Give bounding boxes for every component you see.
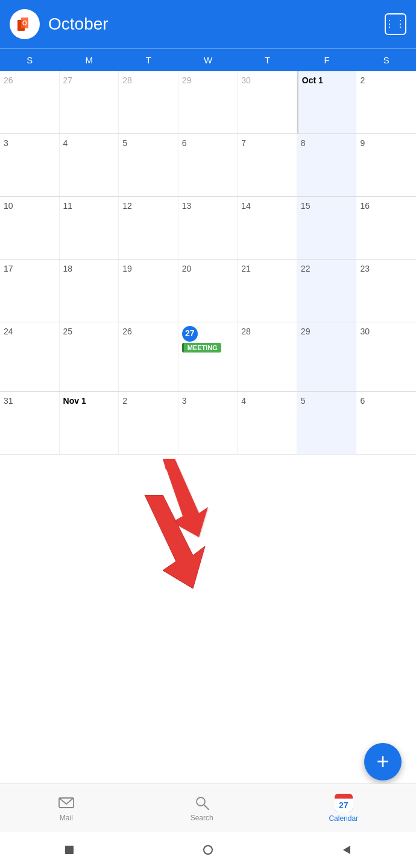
cell-oct16[interactable]: 16 [356,197,416,259]
cell-oct8[interactable]: 8 [297,134,357,196]
date-oct22: 22 [301,264,310,273]
cell-oct18[interactable]: 18 [60,260,119,322]
cell-sep26[interactable]: 26 [0,71,60,133]
cell-oct9[interactable]: 9 [356,134,416,196]
date-oct16: 16 [360,201,370,211]
date-oct30: 30 [360,327,370,336]
cell-oct2[interactable]: 2 [356,71,416,133]
cell-oct7[interactable]: 7 [238,134,297,196]
cell-sep27[interactable]: 27 [60,71,119,133]
calendar-badge-num: 27 [335,799,353,812]
nav-mail[interactable]: Mail [58,794,75,822]
cell-oct27[interactable]: 27 MEETING [178,322,238,391]
cell-oct24[interactable]: 24 [0,322,60,391]
date-oct8: 8 [301,138,306,148]
calendar-nav-icon: 27 [335,794,353,812]
cell-nov3[interactable]: 3 [178,392,238,454]
cell-oct5[interactable]: 5 [119,134,178,196]
week-row-2: 3 4 5 6 7 8 9 [0,134,416,197]
week-row-1: 26 27 28 29 30 Oct 1 2 [0,71,416,134]
system-back-button[interactable] [61,841,78,858]
date-oct25: 25 [63,327,73,336]
square-icon [63,843,76,857]
date-oct12: 12 [122,201,132,211]
svg-text:O: O [22,20,27,27]
date-sep26: 26 [4,75,13,85]
cell-oct20[interactable]: 20 [178,260,238,322]
cell-oct22[interactable]: 22 [297,260,357,322]
cell-oct15[interactable]: 15 [297,197,357,259]
cell-oct13[interactable]: 13 [178,197,238,259]
nav-calendar[interactable]: 27 Calendar [329,794,358,823]
svg-marker-16 [163,459,178,471]
system-nav [0,832,416,868]
cell-oct3[interactable]: 3 [0,134,60,196]
cell-oct6[interactable]: 6 [178,134,238,196]
cell-sep28[interactable]: 28 [119,71,178,133]
cell-oct21[interactable]: 21 [238,260,297,322]
date-oct15: 15 [301,201,310,211]
day-header-fri: F [297,49,357,71]
cell-nov5[interactable]: 5 [297,392,357,454]
date-nov2: 2 [122,396,127,406]
cell-oct28[interactable]: 28 [238,322,297,391]
grid-icon[interactable]: ⋮⋮ [385,13,406,35]
search-icon [194,794,210,811]
cell-oct30[interactable]: 30 [356,322,416,391]
date-nov6: 6 [360,396,365,406]
date-oct5: 5 [122,138,127,148]
cell-oct26[interactable]: 26 [119,322,178,391]
svg-line-20 [204,805,209,809]
cell-oct23[interactable]: 23 [356,260,416,322]
cell-oct14[interactable]: 14 [238,197,297,259]
svg-marker-23 [343,846,350,854]
day-header-sun: S [0,49,60,71]
cell-nov6[interactable]: 6 [356,392,416,454]
cell-oct19[interactable]: 19 [119,260,178,322]
cell-nov4[interactable]: 4 [238,392,297,454]
date-nov1: Nov 1 [63,396,86,406]
cell-oct1[interactable]: Oct 1 [297,71,357,133]
date-oct31: 31 [4,396,13,406]
cell-oct12[interactable]: 12 [119,197,178,259]
bottom-nav: Mail Search 27 Calendar [0,783,416,832]
cell-oct11[interactable]: 11 [60,197,119,259]
cell-sep29[interactable]: 29 [178,71,238,133]
annotation-arrow [127,495,223,592]
date-oct6: 6 [182,138,187,148]
header-left: O October [10,9,109,39]
cell-nov2[interactable]: 2 [119,392,178,454]
date-oct7: 7 [241,138,246,148]
cell-oct17[interactable]: 17 [0,260,60,322]
cell-oct31[interactable]: 31 [0,392,60,454]
mail-label: Mail [60,814,73,822]
svg-marker-17 [145,495,205,589]
office-logo[interactable]: O [10,9,40,39]
event-meeting[interactable]: MEETING [182,343,221,353]
date-oct14: 14 [241,201,251,211]
cell-oct4[interactable]: 4 [60,134,119,196]
date-sep28: 28 [122,75,132,85]
cell-oct10[interactable]: 10 [0,197,60,259]
day-header-tue: T [119,49,178,71]
nav-search[interactable]: Search [191,794,213,822]
system-home-button[interactable] [200,841,216,858]
date-oct18: 18 [63,264,73,273]
cell-sep30[interactable]: 30 [238,71,297,133]
week-row-3: 10 11 12 13 14 15 16 [0,197,416,260]
add-event-fab[interactable]: + [364,743,402,780]
calendar-label: Calendar [329,814,358,823]
date-oct21: 21 [241,264,251,273]
day-headers: S M T W T F S [0,48,416,71]
svg-marker-15 [163,459,208,537]
svg-rect-21 [65,846,74,854]
cell-oct25[interactable]: 25 [60,322,119,391]
cell-nov1[interactable]: Nov 1 [60,392,119,454]
mail-icon [58,794,75,811]
week-row-4: 17 18 19 20 21 22 23 [0,260,416,322]
date-oct4: 4 [63,138,68,148]
cell-oct29[interactable]: 29 [297,322,357,391]
date-sep27: 27 [63,75,73,85]
system-recents-button[interactable] [338,841,355,858]
fab-plus-icon: + [376,749,389,774]
